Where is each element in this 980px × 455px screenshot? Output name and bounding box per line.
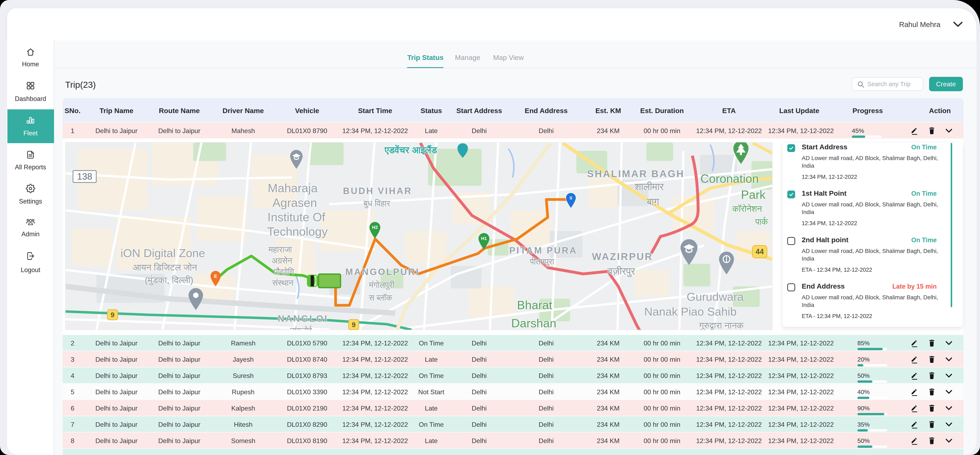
svg-text:H1: H1: [481, 236, 487, 241]
svg-text:H2: H2: [372, 225, 378, 230]
svg-text:E: E: [214, 274, 217, 279]
svg-text:S: S: [570, 195, 572, 200]
